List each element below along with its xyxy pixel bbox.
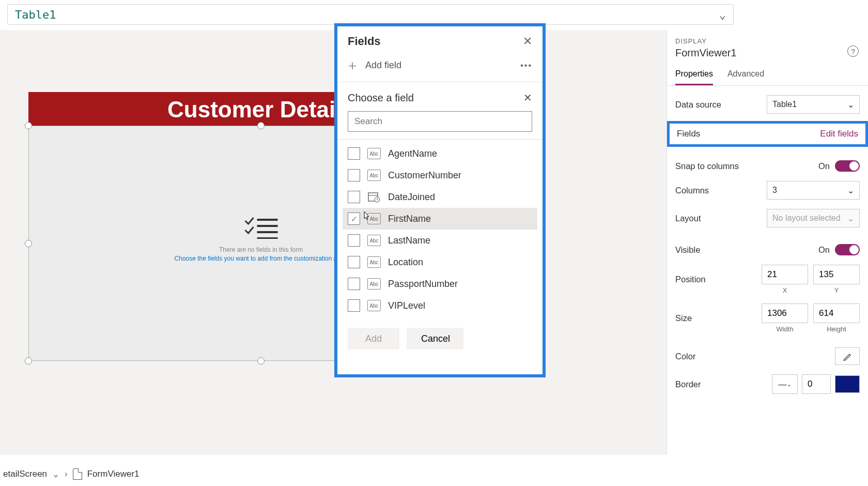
border-style-select[interactable]: — ⌄ xyxy=(772,374,798,394)
field-name: AgentName xyxy=(388,148,437,159)
breadcrumb-control[interactable]: FormViewer1 xyxy=(87,469,140,479)
breadcrumb: etailScreen ⌄ › FormViewer1 xyxy=(0,468,143,480)
choose-field-popup: Choose a field ✕ AbcAgentNameAbcCustomer… xyxy=(337,82,542,350)
size-height-input[interactable] xyxy=(813,303,860,323)
add-field-label: Add field xyxy=(365,60,401,71)
checkbox[interactable] xyxy=(348,191,360,203)
field-name: DateJoined xyxy=(388,192,435,203)
snap-label: Snap to columns xyxy=(675,161,818,171)
border-color-picker[interactable] xyxy=(835,375,860,393)
data-source-label: Data source xyxy=(675,100,767,110)
visible-toggle[interactable] xyxy=(835,244,860,255)
text-icon: Abc xyxy=(367,148,381,159)
empty-text-1: There are no fields in this form xyxy=(175,246,348,253)
text-icon: Abc xyxy=(367,213,381,224)
field-row-agentname[interactable]: AbcAgentName xyxy=(343,143,537,164)
form-icon xyxy=(73,468,82,480)
tab-properties[interactable]: Properties xyxy=(675,65,713,85)
chevron-down-icon[interactable]: ⌄ xyxy=(719,8,726,21)
color-picker[interactable] xyxy=(835,347,860,365)
checkbox[interactable] xyxy=(348,278,360,290)
visible-value: On xyxy=(818,245,830,255)
size-width-input[interactable] xyxy=(762,303,808,323)
border-label: Border xyxy=(675,379,772,389)
fields-property-highlight: Fields Edit fields xyxy=(667,121,868,147)
field-name: LastName xyxy=(388,235,430,246)
resize-handle[interactable] xyxy=(25,240,32,247)
search-input[interactable] xyxy=(348,111,532,132)
chevron-right-icon: › xyxy=(65,469,68,479)
field-row-customernumber[interactable]: AbcCustomerNumber xyxy=(343,164,537,186)
text-icon: Abc xyxy=(367,235,381,246)
field-name: FirstName xyxy=(388,214,431,224)
field-name: Location xyxy=(388,257,423,268)
field-row-passportnumber[interactable]: AbcPassportNumber xyxy=(343,273,537,295)
text-icon: Abc xyxy=(367,256,381,268)
help-icon[interactable]: ? xyxy=(847,45,859,57)
formula-bar[interactable]: Table1 ⌄ xyxy=(7,4,734,25)
fields-panel-title: Fields xyxy=(348,35,381,48)
field-row-firstname[interactable]: AbcFirstName xyxy=(343,208,537,230)
border-width-input[interactable] xyxy=(802,374,831,394)
add-field-row[interactable]: ＋ Add field ••• xyxy=(337,53,542,82)
empty-state: There are no fields in this form Choose … xyxy=(175,216,348,262)
visible-label: Visible xyxy=(675,245,818,255)
plus-icon: ＋ xyxy=(346,56,359,74)
field-row-datejoined[interactable]: DateJoined xyxy=(343,186,537,208)
layout-label: Layout xyxy=(675,214,767,223)
cancel-button[interactable]: Cancel xyxy=(407,328,463,350)
text-icon: Abc xyxy=(367,300,381,311)
field-name: PassportNumber xyxy=(388,279,458,290)
field-row-viplevel[interactable]: AbcVIPLevel xyxy=(343,295,537,316)
field-row-location[interactable]: AbcLocation xyxy=(343,251,537,273)
fields-panel: Fields ✕ ＋ Add field ••• Choose a field … xyxy=(334,23,546,377)
edit-fields-link[interactable]: Edit fields xyxy=(820,129,858,139)
resize-handle[interactable] xyxy=(25,357,32,364)
text-icon: Abc xyxy=(367,278,381,290)
form-title: Customer Details xyxy=(167,97,354,123)
chevron-down-icon[interactable]: ⌄ xyxy=(52,469,59,480)
layout-select: No layout selected⌄ xyxy=(767,209,860,227)
divider xyxy=(337,139,542,140)
checkbox[interactable] xyxy=(348,147,360,160)
display-label: DISPLAY xyxy=(675,37,860,45)
field-list: AbcAgentNameAbcCustomerNumberDateJoinedA… xyxy=(348,143,532,316)
data-source-select[interactable]: Table1⌄ xyxy=(767,95,860,114)
size-label: Size xyxy=(675,313,762,323)
formula-value: Table1 xyxy=(15,8,56,21)
snap-value: On xyxy=(818,161,830,171)
properties-pane: DISPLAY FormViewer1 ? Properties Advance… xyxy=(667,30,868,455)
choose-field-title: Choose a field xyxy=(348,92,414,104)
fields-label: Fields xyxy=(677,129,700,139)
snap-toggle[interactable] xyxy=(835,160,860,172)
add-button[interactable]: Add xyxy=(348,328,399,350)
color-label: Color xyxy=(675,352,835,361)
columns-select[interactable]: 3⌄ xyxy=(767,181,860,200)
close-icon[interactable]: ✕ xyxy=(523,35,532,48)
position-x-input[interactable] xyxy=(762,265,808,284)
checkbox[interactable] xyxy=(348,212,360,225)
breadcrumb-screen[interactable]: etailScreen xyxy=(3,469,47,479)
resize-handle[interactable] xyxy=(25,122,32,129)
checkbox[interactable] xyxy=(348,169,360,181)
calendar-icon xyxy=(367,191,381,203)
position-label: Position xyxy=(675,275,762,284)
tab-advanced[interactable]: Advanced xyxy=(727,65,764,85)
resize-handle[interactable] xyxy=(257,122,265,129)
resize-handle[interactable] xyxy=(257,357,265,364)
field-name: VIPLevel xyxy=(388,300,425,311)
columns-label: Columns xyxy=(675,186,767,195)
position-y-input[interactable] xyxy=(813,265,860,284)
control-name: FormViewer1 xyxy=(675,47,860,59)
field-name: CustomerNumber xyxy=(388,170,461,181)
checkbox[interactable] xyxy=(348,256,360,268)
field-row-lastname[interactable]: AbcLastName xyxy=(343,230,537,251)
chevron-down-icon: ⌄ xyxy=(847,214,854,223)
more-icon[interactable]: ••• xyxy=(520,61,532,70)
chevron-down-icon: ⌄ xyxy=(847,186,854,195)
close-icon[interactable]: ✕ xyxy=(523,92,532,104)
text-icon: Abc xyxy=(367,170,381,181)
checkbox[interactable] xyxy=(348,234,360,247)
checkbox[interactable] xyxy=(348,299,360,312)
empty-text-2[interactable]: Choose the fields you want to add from t… xyxy=(175,255,348,262)
